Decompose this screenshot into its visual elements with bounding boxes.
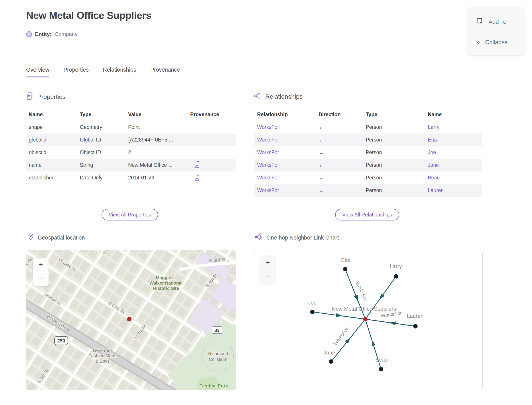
zoom-in-button[interactable]: +: [260, 256, 276, 270]
provenance-flag-icon[interactable]: [187, 161, 236, 169]
geospatial-section-header: Geospatial location: [28, 233, 85, 242]
poi-label: Maggie L.: [156, 275, 176, 280]
relationship-link[interactable]: WorksFor: [254, 149, 315, 155]
add-to-icon: [476, 18, 483, 26]
direction-arrow: ←: [315, 149, 362, 156]
entity-link[interactable]: Etta: [425, 137, 482, 143]
svg-text:250: 250: [57, 338, 65, 344]
entity-link[interactable]: Beau: [425, 175, 482, 181]
entity-row: Entity: Company: [26, 31, 77, 37]
relationships-section-header: Relationships: [254, 92, 303, 101]
svg-text:33: 33: [215, 328, 219, 333]
collapse-button[interactable]: » Collapse: [468, 39, 524, 46]
entity-link[interactable]: Larry: [425, 124, 482, 130]
table-row: established Date Only 2014-01-23: [26, 171, 236, 184]
relationship-link[interactable]: WorksFor: [254, 175, 315, 181]
map-zoom-control: + −: [33, 258, 48, 286]
tab-properties[interactable]: Properties: [63, 67, 89, 77]
add-to-label: Add To: [489, 18, 506, 25]
chart-zoom-control: + −: [260, 256, 276, 284]
page-title: New Metal Office Suppliers: [26, 10, 151, 21]
properties-section-title: Properties: [37, 93, 66, 101]
direction-arrow: ←: [315, 136, 362, 143]
entity-link[interactable]: Jane: [425, 162, 482, 168]
direction-arrow: ←: [315, 162, 362, 169]
table-row: objectid Object ID 2: [26, 146, 236, 159]
properties-table: Name Type Value Provenance shape Geometr…: [26, 108, 236, 184]
svg-text:Joe: Joe: [308, 300, 317, 306]
provenance-flag-icon[interactable]: [187, 173, 236, 182]
link-chart: WorksForWorksForWorksForEttaLarryJoeLaur…: [254, 250, 483, 390]
geospatial-section-title: Geospatial location: [38, 234, 85, 241]
geospatial-map: W Clay St arshall St W Marshall St E Cla…: [26, 250, 236, 390]
col-value: Value: [126, 112, 187, 118]
map-pin-icon: [28, 233, 34, 242]
poi-label: Festival Park: [199, 383, 228, 388]
map-canvas[interactable]: W Clay St arshall St W Marshall St E Cla…: [26, 250, 236, 390]
svg-text:Lauren: Lauren: [407, 313, 424, 319]
map-point-marker[interactable]: [127, 317, 132, 321]
view-all-properties-button[interactable]: View All Properties: [101, 209, 158, 221]
table-row: WorksFor ← Person Larry: [254, 121, 482, 134]
link-chart-section-header: One-hop Neighbor Link Chart: [254, 233, 339, 242]
entity-link[interactable]: Joe: [425, 149, 482, 155]
tab-relationships[interactable]: Relationships: [103, 67, 136, 77]
entity-label: Entity:: [35, 31, 52, 37]
table-row: WorksFor ← Person Jane: [254, 159, 482, 171]
view-all-relationships-button[interactable]: View All Relationships: [335, 209, 399, 221]
relationship-link[interactable]: WorksFor: [254, 137, 315, 143]
direction-arrow: ←: [315, 187, 362, 194]
table-row: name String New Metal Office ...: [26, 159, 236, 171]
zoom-out-button[interactable]: −: [260, 270, 276, 284]
svg-text:Beau: Beau: [375, 357, 388, 363]
poi-label: Walker National: [149, 281, 182, 285]
col-name: Name: [425, 112, 482, 118]
properties-table-header: Name Type Value Provenance: [26, 108, 236, 121]
table-row: WorksFor ← Person Joe: [254, 146, 482, 159]
collapse-label: Collapse: [485, 39, 508, 46]
table-row: shape Geometry Point: [26, 121, 236, 134]
relationship-link[interactable]: WorksFor: [254, 124, 315, 130]
svg-text:New Metal Office Suppliers: New Metal Office Suppliers: [332, 306, 396, 312]
entity-type-value: Company: [55, 31, 78, 37]
poi-label: Fashion Mens: [88, 353, 116, 358]
relationships-table-header: Relationship Direction Type Name: [254, 108, 482, 121]
col-type: Type: [362, 112, 425, 118]
entity-type-badge: [26, 31, 32, 37]
svg-text:Etta: Etta: [341, 257, 351, 263]
col-direction: Direction: [315, 112, 362, 118]
table-row: WorksFor ← Person Beau: [254, 171, 482, 184]
route-shield-33: 33: [212, 326, 222, 334]
add-to-button[interactable]: Add To: [468, 18, 524, 26]
relationships-section-title: Relationships: [265, 93, 303, 100]
link-chart-section-title: One-hop Neighbor Link Chart: [266, 234, 339, 241]
table-row: WorksFor ← Person Lauren: [254, 184, 482, 197]
svg-text:Jane: Jane: [324, 350, 335, 356]
col-relationship: Relationship: [254, 112, 315, 118]
zoom-out-button[interactable]: −: [33, 272, 48, 286]
link-chart-icon: [254, 233, 262, 242]
collapse-icon: »: [476, 39, 480, 46]
relationships-icon: [254, 92, 262, 101]
properties-section-header: Properties: [26, 92, 66, 101]
poi-label: Historic Site: [153, 286, 179, 291]
relationship-link[interactable]: WorksFor: [254, 162, 315, 168]
svg-text:WorksFor: WorksFor: [332, 326, 350, 346]
poi-label: Richmond: [208, 351, 228, 356]
tab-provenance[interactable]: Provenance: [150, 67, 180, 77]
tab-overview[interactable]: Overview: [26, 67, 49, 77]
route-shield-250: 250: [54, 337, 68, 345]
relationships-table: Relationship Direction Type Name WorksFo…: [254, 108, 482, 197]
col-name: Name: [26, 112, 77, 118]
zoom-in-button[interactable]: +: [33, 258, 48, 272]
relationship-link[interactable]: WorksFor: [254, 187, 315, 193]
link-chart-canvas[interactable]: WorksForWorksForWorksForEttaLarryJoeLaur…: [254, 250, 482, 390]
table-row: globalid Global ID {A228944F-0EF5-...: [26, 134, 236, 146]
entity-link[interactable]: Lauren: [425, 187, 482, 193]
col-provenance: Provenance: [187, 112, 236, 118]
direction-arrow: ←: [315, 124, 362, 131]
col-type: Type: [77, 112, 126, 118]
poi-label: Coliseum: [209, 357, 227, 362]
poi-label: New York: [93, 348, 112, 353]
direction-arrow: ←: [315, 174, 362, 181]
